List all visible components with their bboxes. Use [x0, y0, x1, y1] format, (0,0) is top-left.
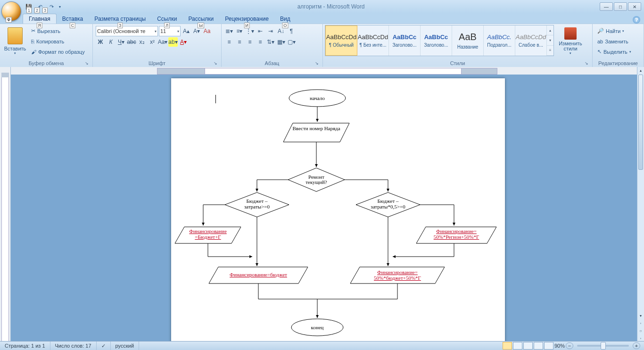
scroll-down-button[interactable]: ▾ — [637, 312, 644, 319]
numbering-button[interactable]: ≡▾ — [235, 26, 244, 36]
kb-badge: Я — [37, 23, 43, 28]
browse-object-button[interactable]: ○ — [637, 327, 644, 334]
italic-button[interactable]: К — [106, 37, 116, 47]
grow-font-button[interactable]: A▴ — [182, 26, 191, 36]
tab-review[interactable]: РецензированиеИ — [219, 14, 274, 24]
document-area[interactable]: начало Ввести номер Наряда Ремонт текущи… — [11, 75, 637, 342]
style-subtitle[interactable]: AaBbCc.Подзагол... — [484, 25, 515, 56]
line-spacing-button[interactable]: ⇅▾ — [266, 37, 275, 47]
view-web[interactable] — [523, 342, 533, 350]
paragraph-launcher[interactable]: ↘ — [314, 61, 320, 67]
copy-button[interactable]: ⎘Копировать — [29, 36, 87, 46]
format-painter-button[interactable]: 🖌Формат по образцу — [29, 47, 87, 57]
strike-button[interactable]: abc — [127, 37, 136, 47]
gallery-scroll-down[interactable]: ▾ — [547, 35, 553, 45]
subscript-button[interactable]: x₂ — [137, 37, 147, 47]
group-label: Буфер обмена — [29, 60, 64, 66]
zoom-in-button[interactable]: + — [633, 342, 640, 349]
next-page-button[interactable]: ◦ — [637, 335, 644, 342]
status-language[interactable]: русский — [111, 342, 139, 350]
zoom-out-button[interactable]: − — [566, 342, 573, 349]
qat-redo[interactable]: ↷ — [46, 2, 57, 11]
group-label: Редактирование — [598, 60, 638, 66]
tab-home[interactable]: ГлавнаяЯ — [23, 14, 57, 24]
align-center-button[interactable]: ≡ — [235, 37, 244, 47]
svg-text:Бюджет –: Бюджет – — [378, 198, 399, 204]
align-left-button[interactable]: ≡ — [224, 37, 234, 47]
kb-qat-3: 3 — [42, 8, 48, 13]
paste-button[interactable]: Вставить ▾ — [2, 25, 28, 57]
prev-page-button[interactable]: ◦ — [637, 320, 644, 326]
scroll-up-button[interactable]: ▴ — [637, 67, 644, 74]
change-styles-button[interactable]: Изменить стили ▾ — [556, 25, 585, 57]
window-title: алгоритм - Microsoft Word — [62, 3, 600, 10]
replace-button[interactable]: abЗаменить — [595, 36, 630, 46]
font-launcher[interactable]: ↘ — [213, 61, 218, 67]
styles-launcher[interactable]: ↘ — [584, 61, 589, 67]
maximize-button[interactable]: □ — [614, 2, 627, 11]
style-normal[interactable]: AaBbCcDd¶ Обычный — [325, 25, 357, 56]
help-button[interactable]: ? — [633, 16, 640, 24]
styles-gallery[interactable]: AaBbCcDd¶ Обычный AaBbCcDd¶ Без инте... … — [325, 25, 554, 56]
align-right-button[interactable]: ≡ — [245, 37, 255, 47]
find-button[interactable]: 🔎Найти▾ — [595, 26, 626, 36]
horizontal-ruler[interactable] — [11, 67, 637, 75]
kb-badge: С — [70, 23, 76, 28]
style-no-spacing[interactable]: AaBbCcDd¶ Без инте... — [357, 25, 389, 56]
clipboard-launcher[interactable]: ↘ — [84, 61, 90, 67]
view-full-screen[interactable] — [513, 342, 522, 350]
svg-text:Финансирование=: Финансирование= — [377, 269, 418, 275]
status-words[interactable]: Число слов: 17 — [50, 342, 97, 350]
indent-dec-button[interactable]: ⇤ — [256, 26, 265, 36]
tab-references[interactable]: СсылкиЛ — [151, 14, 182, 24]
style-heading2[interactable]: AaBbCcЗаголово... — [421, 25, 452, 56]
select-button[interactable]: ↖Выделить▾ — [595, 47, 633, 57]
page[interactable]: начало Ввести номер Наряда Ремонт текущи… — [171, 78, 505, 342]
tab-view[interactable]: ВидО — [274, 14, 296, 24]
tab-insert[interactable]: ВставкаС — [57, 14, 89, 24]
gallery-expand[interactable]: ≡ — [547, 46, 553, 56]
highlight-button[interactable]: ab▾ — [168, 37, 178, 47]
tab-mailings[interactable]: РассылкиЫ — [182, 14, 219, 24]
style-title[interactable]: AaBНазвание — [452, 25, 484, 56]
flowchart: начало Ввести номер Наряда Ремонт текущи… — [171, 78, 505, 342]
view-print-layout[interactable] — [503, 342, 512, 350]
justify-button[interactable]: ≡ — [256, 37, 265, 47]
bold-button[interactable]: Ж — [96, 37, 105, 47]
font-name-combo[interactable]: Calibri (Основной те▾ — [96, 26, 158, 36]
style-subtle[interactable]: AaBbCcDdСлабое в... — [515, 25, 547, 56]
zoom-label[interactable]: 90% — [554, 343, 565, 349]
zoom-slider[interactable] — [577, 345, 629, 347]
qat-customize[interactable]: ▾ — [58, 2, 62, 11]
view-outline[interactable] — [534, 342, 543, 350]
vertical-ruler[interactable] — [0, 67, 11, 342]
kb-badge: Л — [164, 23, 170, 28]
style-heading1[interactable]: AaBbCcЗаголово... — [389, 25, 421, 56]
close-button[interactable]: ✕ — [628, 2, 641, 11]
tab-page-layout[interactable]: Разметка страницыЗ — [89, 14, 151, 24]
kb-file: Ф — [6, 17, 12, 23]
kb-badge: О — [282, 23, 288, 28]
indent-inc-button[interactable]: ⇥ — [266, 26, 275, 36]
status-proofing[interactable]: ✓ — [97, 342, 111, 350]
borders-button[interactable]: ▢▾ — [287, 37, 296, 47]
font-color-button[interactable]: A▾ — [179, 37, 188, 47]
svg-text:Финансирование: Финансирование — [189, 228, 227, 234]
kb-badge: И — [244, 23, 249, 28]
vertical-scrollbar[interactable]: ▴ ▾ ◦ ○ ◦ — [637, 67, 644, 342]
view-draft[interactable] — [544, 342, 553, 350]
gallery-scroll-up[interactable]: ▴ — [547, 25, 553, 35]
group-label: Шрифт — [149, 60, 165, 66]
minimize-button[interactable]: — — [600, 2, 613, 11]
change-case-button[interactable]: Aa▾ — [158, 37, 167, 47]
superscript-button[interactable]: x² — [148, 37, 157, 47]
underline-button[interactable]: Ч▾ — [116, 37, 126, 47]
svg-text:=Бюджет+Г: =Бюджет+Г — [195, 234, 221, 240]
status-page[interactable]: Страница: 1 из 1 — [0, 342, 50, 350]
bullets-button[interactable]: ≣▾ — [224, 26, 234, 36]
scroll-thumb[interactable] — [638, 75, 643, 170]
svg-text:50%*бюджет+50%*Г: 50%*бюджет+50%*Г — [374, 275, 421, 281]
shading-button[interactable]: ▦▾ — [276, 37, 286, 47]
binoculars-icon: 🔎 — [597, 28, 604, 34]
proofing-icon: ✓ — [101, 343, 106, 349]
